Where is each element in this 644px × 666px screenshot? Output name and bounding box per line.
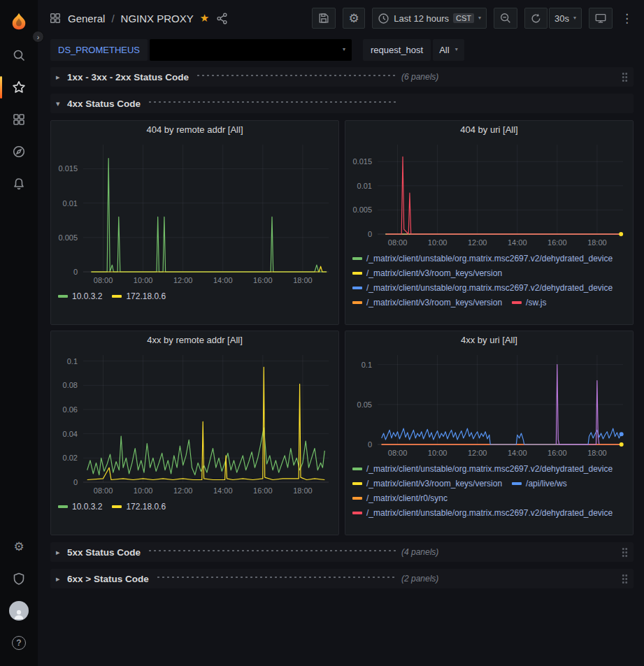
caret-down-icon: ▾ xyxy=(455,47,458,52)
refresh-button[interactable] xyxy=(524,8,548,29)
breadcrumb: General / NGINX PROXY ★ xyxy=(49,12,229,25)
dotted-leader xyxy=(156,574,396,584)
share-icon[interactable] xyxy=(215,12,229,25)
dashboard-settings-button[interactable]: ⚙ xyxy=(343,8,365,29)
row-header-6xx[interactable]: ▸ 6xx > Status Code (2 panels) xyxy=(50,569,634,588)
svg-text:10:00: 10:00 xyxy=(134,486,153,495)
legend-item[interactable]: /_matrix/client/unstable/org.matrix.msc2… xyxy=(352,251,613,266)
variable-label[interactable]: request_host xyxy=(363,39,431,61)
panel-title[interactable]: 4xx by uri [All] xyxy=(345,331,633,349)
refresh-icon xyxy=(530,13,542,24)
legend-item[interactable]: /sw.js xyxy=(512,295,546,310)
gear-icon: ⚙ xyxy=(349,13,359,24)
compass-icon xyxy=(12,145,26,159)
sidebar-item-explore[interactable] xyxy=(0,136,38,168)
zoom-out-icon xyxy=(499,12,512,24)
panel-legend: /_matrix/client/unstable/org.matrix.msc2… xyxy=(345,249,633,324)
variable-label[interactable]: DS_PROMETHEUS xyxy=(50,39,148,61)
svg-text:10:00: 10:00 xyxy=(428,238,448,247)
sidebar-item-profile[interactable] xyxy=(0,595,38,627)
legend-item[interactable]: /_matrix/client/unstable/org.matrix.msc2… xyxy=(352,461,613,476)
sidebar-item-help[interactable]: ? xyxy=(0,627,38,659)
legend-item[interactable]: 10.0.3.2 xyxy=(58,499,102,514)
time-range-label: Last 12 hours xyxy=(394,13,449,24)
svg-text:0: 0 xyxy=(73,268,78,276)
svg-text:0: 0 xyxy=(368,440,372,449)
legend-item[interactable]: /api/live/ws xyxy=(512,476,567,491)
timezone-badge: CST xyxy=(453,13,474,23)
refresh-interval-dropdown[interactable]: 30s ▾ xyxy=(549,8,582,29)
row-panel-count: (4 panels) xyxy=(401,547,438,557)
svg-text:0.06: 0.06 xyxy=(63,405,78,414)
sidebar-expand-button[interactable]: › xyxy=(32,31,44,43)
legend-item[interactable]: 172.18.0.6 xyxy=(112,499,166,514)
legend-item[interactable]: /_matrix/client/v3/room_keys/version xyxy=(352,266,502,280)
panel-title[interactable]: 4xx by remote addr [All] xyxy=(51,331,338,349)
variable-value-dropdown[interactable]: All ▾ xyxy=(433,39,464,61)
svg-text:12:00: 12:00 xyxy=(173,486,193,495)
timeseries-chart[interactable]: 08:0010:0012:0014:0016:0018:0000.050.1 xyxy=(345,349,633,460)
panel-title[interactable]: 404 by remote addr [All] xyxy=(51,121,338,139)
row-header-4xx[interactable]: ▾ 4xx Status Code xyxy=(50,94,634,113)
sidebar-item-dashboards[interactable] xyxy=(0,103,38,136)
legend-item[interactable]: /_matrix/client/unstable/org.matrix.msc2… xyxy=(352,505,613,520)
save-dashboard-button[interactable] xyxy=(312,8,336,29)
panel-4xx-by-uri: 4xx by uri [All] 08:0010:0012:0014:0016:… xyxy=(345,331,634,535)
legend-item[interactable]: /_matrix/client/v3/room_keys/version xyxy=(352,295,502,310)
svg-text:10:00: 10:00 xyxy=(428,449,448,457)
more-options-button[interactable]: ⋮ xyxy=(620,8,634,29)
timeseries-chart[interactable]: 08:0010:0012:0014:0016:0018:0000.020.040… xyxy=(51,349,338,498)
sidebar-item-server-admin[interactable] xyxy=(0,563,38,595)
favorite-star-icon[interactable]: ★ xyxy=(200,12,209,24)
timeseries-chart[interactable]: 08:0010:0012:0014:0016:0018:0000.0050.01… xyxy=(345,139,633,249)
panel-title[interactable]: 404 by uri [All] xyxy=(345,121,633,139)
legend-item[interactable]: /_matrix/client/unstable/org.matrix.msc2… xyxy=(352,280,613,295)
breadcrumb-title[interactable]: NGINX PROXY xyxy=(121,13,194,24)
chevron-right-icon: ▸ xyxy=(56,548,67,557)
row-title: 4xx Status Code xyxy=(67,99,141,109)
timeseries-chart[interactable]: 08:0010:0012:0014:0016:0018:0000.0050.01… xyxy=(51,139,338,287)
legend-item[interactable]: /_matrix/client/r0/sync xyxy=(352,491,448,505)
svg-text:0.01: 0.01 xyxy=(63,199,78,208)
dotted-leader xyxy=(196,72,396,82)
sidebar-item-starred[interactable] xyxy=(0,71,38,103)
sidebar-item-configuration[interactable]: ⚙ xyxy=(0,530,38,563)
tv-mode-button[interactable] xyxy=(589,8,613,29)
legend-item[interactable]: 172.18.0.6 xyxy=(112,289,166,303)
sidebar-item-search[interactable] xyxy=(0,39,38,71)
svg-text:18:00: 18:00 xyxy=(587,238,607,247)
svg-text:12:00: 12:00 xyxy=(468,238,487,247)
row-title: 5xx Status Code xyxy=(67,547,141,558)
variable-value-dropdown[interactable]: ▾ xyxy=(150,39,352,61)
clock-icon xyxy=(378,13,389,24)
legend-item[interactable]: 10.0.3.2 xyxy=(58,289,102,303)
row-drag-handle[interactable] xyxy=(622,547,628,557)
kebab-icon: ⋮ xyxy=(621,13,633,24)
svg-text:08:00: 08:00 xyxy=(388,238,408,247)
legend-item[interactable]: /_matrix/client/v3/room_keys/version xyxy=(352,476,502,491)
gear-icon: ⚙ xyxy=(13,541,24,553)
row-title: 1xx - 3xx - 2xx Status Code xyxy=(67,72,189,82)
caret-down-icon: ▾ xyxy=(343,47,345,52)
svg-text:16:00: 16:00 xyxy=(548,238,567,247)
legend-swatch xyxy=(512,301,522,304)
svg-text:0.02: 0.02 xyxy=(63,454,78,462)
caret-down-icon: ▾ xyxy=(478,15,481,21)
row-header-1xx-3xx-2xx[interactable]: ▸ 1xx - 3xx - 2xx Status Code (6 panels) xyxy=(50,67,634,87)
legend-swatch xyxy=(352,301,362,304)
svg-text:16:00: 16:00 xyxy=(548,449,567,457)
row-drag-handle[interactable] xyxy=(622,574,628,584)
row-drag-handle[interactable] xyxy=(622,72,628,82)
zoom-out-button[interactable] xyxy=(494,8,517,29)
sidebar-item-alerting[interactable] xyxy=(0,168,38,200)
row-panel-count: (6 panels) xyxy=(401,72,438,82)
star-icon xyxy=(12,80,26,94)
row-header-5xx[interactable]: ▸ 5xx Status Code (4 panels) xyxy=(50,542,634,562)
monitor-icon xyxy=(594,12,607,24)
sidebar: ⚙ ? xyxy=(0,0,38,666)
legend-swatch xyxy=(112,295,122,298)
time-range-picker[interactable]: Last 12 hours CST ▾ xyxy=(372,8,487,29)
legend-swatch xyxy=(352,497,362,500)
apps-grid-icon[interactable] xyxy=(49,12,62,24)
breadcrumb-section[interactable]: General xyxy=(68,13,105,24)
